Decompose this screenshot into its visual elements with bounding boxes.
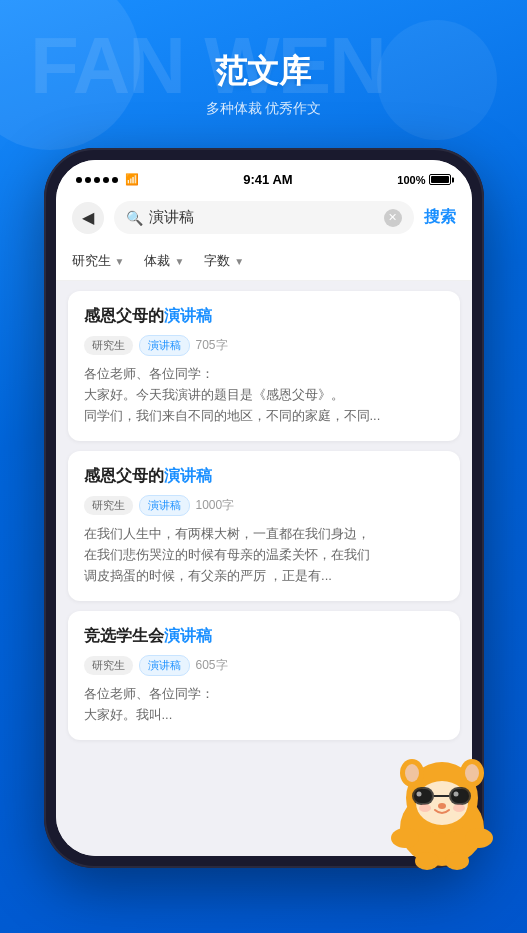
svg-point-14	[438, 803, 446, 809]
card-2-title: 感恩父母的演讲稿	[84, 465, 444, 487]
search-area: ◀ 🔍 演讲稿 ✕ 搜索	[56, 193, 472, 244]
result-card-1[interactable]: 感恩父母的演讲稿 研究生 演讲稿 705字 各位老师、各位同学：大家好。今天我演…	[68, 291, 460, 441]
app-subtitle: 多种体裁 优秀作文	[206, 100, 322, 118]
svg-point-5	[465, 764, 479, 782]
card-2-tag-grade: 研究生	[84, 496, 133, 515]
search-query-text: 演讲稿	[149, 208, 378, 227]
svg-point-3	[405, 764, 419, 782]
search-box[interactable]: 🔍 演讲稿 ✕	[114, 201, 414, 234]
card-3-title: 竞选学生会演讲稿	[84, 625, 444, 647]
card-3-tag-grade: 研究生	[84, 656, 133, 675]
status-time: 9:41 AM	[243, 172, 292, 187]
filter-genre-label: 体裁	[144, 252, 170, 270]
svg-point-20	[445, 852, 469, 870]
card-3-tags: 研究生 演讲稿 605字	[84, 655, 444, 676]
battery-percent: 100%	[397, 174, 425, 186]
svg-point-19	[415, 852, 439, 870]
back-arrow-icon: ◀	[82, 208, 94, 227]
search-button[interactable]: 搜索	[424, 207, 456, 228]
battery-bar	[429, 174, 451, 185]
card-2-title-highlight: 演讲稿	[164, 467, 212, 484]
filter-wordcount-label: 字数	[204, 252, 230, 270]
status-bar: 📶 9:41 AM 100%	[56, 160, 472, 193]
result-card-2[interactable]: 感恩父母的演讲稿 研究生 演讲稿 1000字 在我们人生中，有两棵大树，一直都在…	[68, 451, 460, 601]
signal-indicator: 📶	[76, 173, 139, 186]
card-1-title-prefix: 感恩父母的	[84, 307, 164, 324]
battery-indicator: 100%	[397, 174, 451, 186]
card-2-tag-type: 演讲稿	[139, 495, 190, 516]
card-1-tags: 研究生 演讲稿 705字	[84, 335, 444, 356]
wifi-icon: 📶	[125, 173, 139, 186]
filter-wordcount[interactable]: 字数 ▼	[204, 252, 244, 270]
svg-rect-11	[451, 789, 469, 803]
card-1-title-highlight: 演讲稿	[164, 307, 212, 324]
card-1-tag-type: 演讲稿	[139, 335, 190, 356]
back-button[interactable]: ◀	[72, 202, 104, 234]
filter-genre[interactable]: 体裁 ▼	[144, 252, 184, 270]
svg-point-9	[417, 792, 422, 797]
card-2-tags: 研究生 演讲稿 1000字	[84, 495, 444, 516]
svg-point-15	[419, 804, 431, 812]
svg-point-17	[391, 828, 419, 848]
card-2-word-count: 1000字	[196, 497, 235, 514]
card-2-title-prefix: 感恩父母的	[84, 467, 164, 484]
svg-point-16	[453, 804, 465, 812]
card-1-tag-grade: 研究生	[84, 336, 133, 355]
mascot-svg	[377, 743, 507, 873]
svg-point-18	[465, 828, 493, 848]
grade-dropdown-icon: ▼	[115, 256, 125, 267]
filter-grade[interactable]: 研究生 ▼	[72, 252, 125, 270]
card-3-preview: 各位老师、各位同学：大家好。我叫...	[84, 684, 444, 726]
svg-point-12	[454, 792, 459, 797]
app-title: 范文库	[206, 50, 322, 94]
card-3-title-prefix: 竞选学生会	[84, 627, 164, 644]
mascot-character	[377, 743, 507, 873]
card-1-word-count: 705字	[196, 337, 228, 354]
card-3-tag-type: 演讲稿	[139, 655, 190, 676]
card-1-preview: 各位老师、各位同学：大家好。今天我演讲的题目是《感恩父母》。同学们，我们来自不同…	[84, 364, 444, 426]
search-icon: 🔍	[126, 210, 143, 226]
card-1-title: 感恩父母的演讲稿	[84, 305, 444, 327]
result-card-3[interactable]: 竞选学生会演讲稿 研究生 演讲稿 605字 各位老师、各位同学：大家好。我叫..…	[68, 611, 460, 740]
genre-dropdown-icon: ▼	[174, 256, 184, 267]
wordcount-dropdown-icon: ▼	[234, 256, 244, 267]
filter-row: 研究生 ▼ 体裁 ▼ 字数 ▼	[56, 244, 472, 281]
battery-fill	[431, 176, 449, 183]
filter-grade-label: 研究生	[72, 252, 111, 270]
app-header: 范文库 多种体裁 优秀作文	[206, 0, 322, 138]
search-clear-button[interactable]: ✕	[384, 209, 402, 227]
card-3-word-count: 605字	[196, 657, 228, 674]
card-3-title-highlight: 演讲稿	[164, 627, 212, 644]
card-2-preview: 在我们人生中，有两棵大树，一直都在我们身边，在我们悲伤哭泣的时候有母亲的温柔关怀…	[84, 524, 444, 586]
svg-rect-8	[414, 789, 432, 803]
